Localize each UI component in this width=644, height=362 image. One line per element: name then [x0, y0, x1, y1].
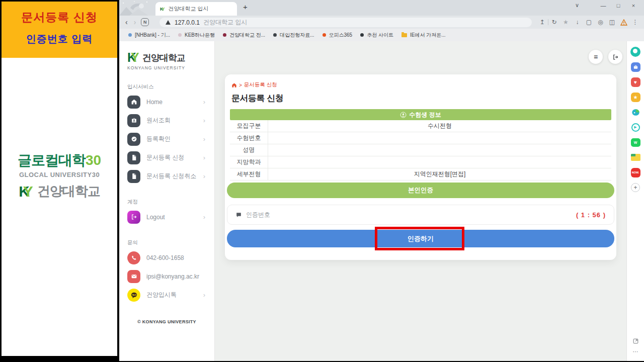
tab-favicon-ky: KY: [160, 7, 165, 12]
bookmark-item[interactable]: [NHBank] - 기...: [128, 32, 170, 39]
annotation-banner: 문서등록 신청 인증번호 입력: [2, 2, 117, 58]
browser-more-icon[interactable]: ⋮: [629, 19, 641, 26]
bookmark-dot-icon: [360, 33, 364, 37]
sidebar-item-document-cancel[interactable]: 문서등록 신청취소 ›: [127, 167, 206, 186]
sidebar-more-icon[interactable]: ⋯: [633, 348, 638, 355]
chevron-right-icon: ›: [203, 291, 205, 299]
mybox-icon[interactable]: [630, 152, 640, 162]
chat-bubble-icon: [235, 212, 242, 218]
naver-tv-icon[interactable]: ▶: [630, 122, 640, 132]
logout-icon: [612, 54, 619, 60]
tab-strip: KY 건양대학교 입시 + ∨ — □ ×: [119, 0, 644, 16]
minimize-button[interactable]: —: [596, 3, 611, 9]
bookmark-item[interactable]: KEB하나은행: [178, 32, 215, 39]
document-register-card: > 문서등록 신청 문서등록 신청 수험생 정보 모집구분수시전형 수험번호 성…: [225, 74, 616, 260]
bookmark-item[interactable]: 건양대학교 전...: [223, 32, 265, 39]
verify-submit-button[interactable]: 인증하기: [227, 230, 614, 247]
address-bar[interactable]: 127.0.0.1 건양대학교 입시: [159, 18, 532, 27]
bookmark-dot-icon: [128, 33, 132, 37]
document-icon: [127, 151, 140, 164]
bookmark-item[interactable]: 오피스365: [323, 32, 353, 39]
section-label-account: 계정: [127, 199, 206, 206]
url-host: 127.0.0.1: [175, 19, 200, 26]
workspace-icon[interactable]: [630, 62, 640, 72]
naver-button[interactable]: N: [141, 18, 149, 26]
logo-name: 건양대학교: [142, 52, 185, 64]
browser-window: KY 건양대학교 입시 + ∨ — □ × ‹ › N 127.0.0.1 건양…: [119, 0, 644, 361]
konyang-ky-mark: KY: [19, 183, 33, 200]
page-menu-button[interactable]: ≡: [589, 50, 603, 64]
site-logo[interactable]: KY 건양대학교: [127, 50, 206, 65]
heart-icon[interactable]: ♥: [630, 77, 640, 87]
sidebar-item-application-lookup[interactable]: 원서조회 ›: [127, 111, 206, 130]
bookmark-item[interactable]: 대입전형자료...: [273, 32, 314, 39]
open-external-icon[interactable]: [632, 338, 639, 344]
table-row: 지망학과: [230, 156, 611, 168]
svg-text:TALK: TALK: [132, 294, 136, 296]
table-row: 모집구분수시전형: [230, 120, 611, 132]
whale-logo-icon[interactable]: [630, 107, 640, 117]
maximize-button[interactable]: □: [611, 3, 626, 9]
sidebar-item-registration-check[interactable]: 등록확인 ›: [127, 130, 206, 148]
identity-verify-button[interactable]: 본인인증: [227, 183, 614, 198]
split-view-icon[interactable]: ◫: [606, 19, 618, 26]
close-button[interactable]: ×: [626, 3, 641, 9]
favorites-star-icon[interactable]: ★: [630, 92, 640, 102]
share-icon[interactable]: ↥: [536, 19, 548, 26]
table-row: 수험번호: [230, 132, 611, 144]
page-logout-button[interactable]: [608, 50, 622, 64]
id-card-icon: [127, 114, 140, 127]
sidebar-item-home[interactable]: Home ›: [127, 93, 206, 111]
tab-title: 건양대학교 입시: [169, 5, 209, 13]
bookmark-dot-icon: [323, 33, 326, 37]
chevron-right-icon: ›: [203, 98, 205, 106]
student-info-table: 모집구분수시전형 수험번호 성명 지망학과 세부전형지역인재전형[면접]: [230, 120, 611, 180]
hamburger-icon: ≡: [594, 53, 598, 61]
browser-tab[interactable]: KY 건양대학교 입시: [155, 2, 237, 16]
home-icon: [127, 96, 140, 109]
check-circle-icon: [127, 133, 140, 146]
new-tab-button[interactable]: +: [243, 3, 248, 11]
page-content: KY 건양대학교 KONYANG UNIVERSITY 입시서비스 Home ›…: [119, 41, 644, 361]
sidebar-item-email[interactable]: ipsi@konyang.ac.kr: [127, 267, 206, 286]
annotation-title: 문서등록 신청: [2, 10, 117, 25]
section-label-service: 입시서비스: [127, 83, 206, 90]
capture-icon[interactable]: ◎: [595, 19, 606, 26]
tab-list-icon[interactable]: ▢: [583, 19, 595, 26]
back-button[interactable]: ‹: [125, 18, 128, 26]
whale-sidebar: ♥ ★ ▶ W NOW. + ⋯: [626, 41, 644, 361]
sidebar-item-logout[interactable]: Logout ›: [127, 208, 206, 226]
phone-icon: [127, 251, 140, 264]
bookmark-star-icon[interactable]: ★: [560, 19, 572, 26]
forward-button[interactable]: ›: [134, 18, 136, 26]
reload-icon[interactable]: ↻: [548, 19, 560, 26]
glocal-university-logo: 글로컬대학30 GLOCAL UNIVERSITY30 KY 건양대학교: [2, 151, 117, 200]
webtoon-icon[interactable]: W: [630, 137, 640, 147]
window-chevron-icon[interactable]: ∨: [570, 2, 585, 9]
bookmark-dot-icon: [178, 33, 182, 37]
verification-code-input[interactable]: [246, 211, 576, 218]
whale-theme-art: [119, 0, 159, 16]
sidebar-item-document-register[interactable]: 문서등록 신청 ›: [127, 148, 206, 167]
naver-now-icon[interactable]: NOW.: [630, 167, 640, 177]
bookmark-dot-icon: [273, 33, 277, 37]
annotation-subtitle: 인증번호 입력: [2, 32, 117, 46]
verification-code-field[interactable]: ( 1 : 56 ): [227, 205, 614, 225]
bookmark-item[interactable]: 추천 사이트: [360, 32, 393, 39]
breadcrumb-current: 문서등록 신청: [244, 81, 277, 88]
sidebar-item-kakao-talk[interactable]: TALK 건양입시톡 ›: [127, 286, 206, 304]
copyright: © KONYANG UNIVERSITY: [127, 319, 206, 324]
chevron-right-icon: ›: [203, 154, 205, 161]
mail-icon: [127, 270, 140, 283]
home-icon[interactable]: [231, 82, 237, 88]
logo-subtitle: KONYANG UNIVERSITY: [127, 65, 206, 70]
download-icon[interactable]: ↓: [572, 19, 583, 26]
warning-icon[interactable]: [618, 19, 629, 26]
whale-home-icon[interactable]: [630, 47, 640, 57]
bookmark-item[interactable]: IE에서 가져온...: [401, 32, 446, 39]
table-row: 성명: [230, 144, 611, 156]
add-app-icon[interactable]: +: [630, 183, 640, 193]
konyang-name: 건양대학교: [37, 183, 100, 200]
logo-y: Y: [131, 50, 139, 65]
sidebar-item-phone[interactable]: 042-600-1658: [127, 248, 206, 267]
